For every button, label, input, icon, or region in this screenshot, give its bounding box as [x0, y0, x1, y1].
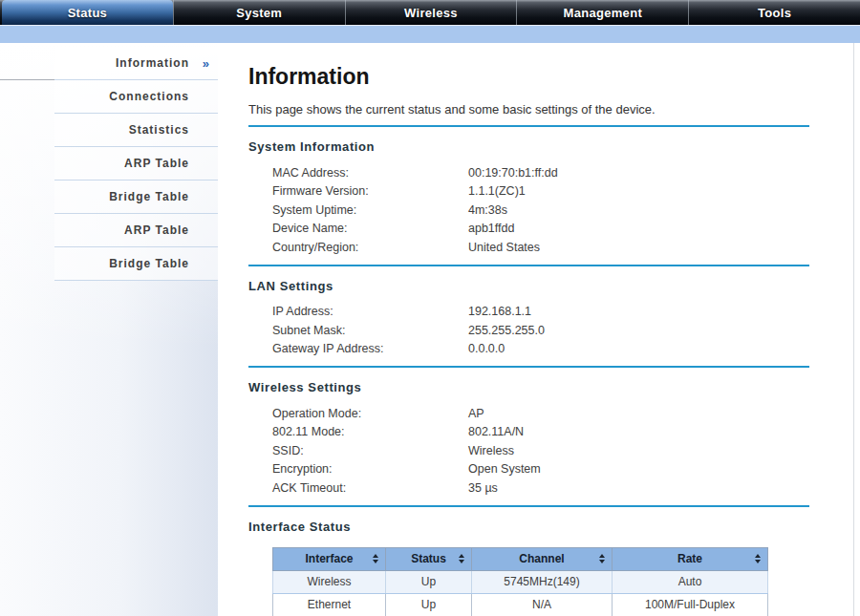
- subheader-bar: [0, 25, 860, 43]
- sidebar-item-connections-label: Connections: [109, 90, 189, 103]
- wireless-settings-rows: Operation Mode: AP 802.11 Mode: 802.11A/…: [272, 404, 809, 498]
- kv-row-country-region: Country/Region: United States: [272, 238, 809, 257]
- section-heading-wireless-settings: Wireless Settings: [248, 380, 809, 394]
- 80211-mode-value: 802.11A/N: [468, 425, 524, 438]
- column-header-channel-label: Channel: [519, 552, 564, 565]
- sidebar-item-statistics[interactable]: Statistics: [54, 114, 218, 147]
- kv-row-80211-mode: 802.11 Mode: 802.11A/N: [272, 423, 809, 442]
- table-row-wireless: Wireless Up 5745MHz(149) Auto: [273, 570, 768, 593]
- kv-row-device-name: Device Name: apb1ffdd: [272, 220, 809, 239]
- column-header-status-label: Status: [411, 552, 446, 565]
- section-heading-interface-status: Interface Status: [248, 520, 809, 534]
- main-content: Information This page shows the current …: [218, 43, 860, 616]
- sidebar-item-bridge-table[interactable]: Bridge Table: [54, 181, 218, 214]
- kv-row-ack-timeout: ACK Timeout: 35 µs: [272, 478, 809, 498]
- ack-timeout-label: ACK Timeout:: [272, 481, 468, 495]
- lan-settings-rows: IP Address: 192.168.1.1 Subnet Mask: 255…: [272, 303, 809, 359]
- sidebar-item-bridge-table-label: Bridge Table: [109, 190, 189, 203]
- sort-icon[interactable]: [459, 554, 464, 563]
- mac-address-value: 00:19:70:b1:ff:dd: [468, 166, 558, 180]
- wireless-status-cell: Up: [386, 570, 472, 593]
- ethernet-channel-cell: N/A: [472, 593, 613, 616]
- tab-status[interactable]: Status: [2, 0, 173, 25]
- ack-timeout-value: 35 µs: [468, 481, 498, 495]
- system-information-rows: MAC Address: 00:19:70:b1:ff:dd Firmware …: [272, 163, 809, 257]
- page-title: Information: [248, 64, 809, 90]
- system-uptime-label: System Uptime:: [272, 203, 468, 217]
- sort-icon[interactable]: [373, 554, 378, 563]
- tab-wireless-label: Wireless: [404, 6, 458, 20]
- column-header-interface-label: Interface: [305, 552, 353, 565]
- ip-address-value: 192.168.1.1: [468, 305, 531, 318]
- tab-tools[interactable]: Tools: [688, 0, 860, 25]
- page-subtitle: This page shows the current status and s…: [248, 102, 809, 117]
- sidebar-item-statistics-label: Statistics: [129, 123, 189, 137]
- sidebar-item-information[interactable]: Information »: [54, 47, 218, 80]
- section-heading-system-information: System Information: [248, 139, 809, 154]
- sidebar-item-arp-table-label: ARP Table: [124, 157, 189, 170]
- section-heading-lan-settings: LAN Settings: [248, 279, 809, 293]
- wireless-rate-cell: Auto: [613, 570, 768, 593]
- router-admin-window: Status System Wireless Management Tools …: [0, 0, 860, 616]
- firmware-version-value: 1.1.1(ZC)1: [468, 184, 526, 198]
- sidebar-item-information-label: Information: [116, 56, 189, 70]
- column-header-interface[interactable]: Interface: [273, 547, 386, 570]
- country-region-label: Country/Region:: [272, 241, 468, 254]
- kv-row-subnet-mask: Subnet Mask: 255.255.255.0: [272, 321, 809, 340]
- column-header-channel[interactable]: Channel: [472, 547, 613, 570]
- sidebar-item-bridge-table-2[interactable]: Bridge Table: [54, 247, 218, 281]
- firmware-version-label: Firmware Version:: [272, 184, 468, 198]
- divider-rule: [248, 505, 809, 507]
- gateway-ip-address-label: Gateway IP Address:: [272, 342, 468, 355]
- sort-icon[interactable]: [755, 554, 761, 563]
- tab-management-label: Management: [564, 6, 642, 20]
- wireless-interface-cell: Wireless: [273, 570, 386, 593]
- wireless-channel-cell: 5745MHz(149): [472, 570, 613, 593]
- subnet-mask-label: Subnet Mask:: [272, 324, 468, 337]
- table-header-row: Interface Status Channel Rate: [273, 547, 768, 570]
- tab-status-label: Status: [68, 6, 108, 20]
- sidebar-menu: Information » Connections Statistics ARP…: [54, 47, 218, 281]
- table-row-ethernet: Ethernet Up N/A 100M/Full-Duplex: [273, 593, 768, 616]
- ssid-label: SSID:: [272, 444, 468, 457]
- tab-wireless[interactable]: Wireless: [345, 0, 517, 25]
- tab-system-label: System: [236, 6, 282, 20]
- sidebar-item-arp-table[interactable]: ARP Table: [54, 147, 218, 181]
- top-nav: Status System Wireless Management Tools: [0, 0, 860, 25]
- kv-row-encryption: Encryption: Open System: [272, 460, 809, 479]
- ip-address-label: IP Address:: [272, 305, 468, 318]
- ethernet-status-cell: Up: [386, 593, 472, 616]
- sidebar-item-bridge-table-2-label: Bridge Table: [109, 257, 189, 270]
- sidebar-item-connections[interactable]: Connections: [54, 80, 218, 114]
- column-header-rate[interactable]: Rate: [613, 547, 768, 570]
- column-header-status[interactable]: Status: [386, 547, 472, 570]
- divider-rule: [248, 366, 809, 368]
- operation-mode-label: Operation Mode:: [272, 407, 468, 420]
- mac-address-label: MAC Address:: [272, 166, 468, 180]
- device-name-value: apb1ffdd: [468, 222, 514, 235]
- kv-row-mac-address: MAC Address: 00:19:70:b1:ff:dd: [272, 163, 809, 182]
- country-region-value: United States: [468, 241, 540, 254]
- sort-icon[interactable]: [599, 554, 605, 563]
- system-uptime-value: 4m:38s: [468, 203, 507, 217]
- kv-row-firmware-version: Firmware Version: 1.1.1(ZC)1: [272, 182, 809, 202]
- operation-mode-value: AP: [468, 407, 484, 420]
- encryption-value: Open System: [468, 462, 541, 476]
- tab-system[interactable]: System: [173, 0, 345, 25]
- active-item-chevrons-icon: »: [203, 47, 209, 80]
- sidebar: Information » Connections Statistics ARP…: [0, 43, 218, 616]
- sidebar-item-arp-table-2-label: ARP Table: [124, 223, 189, 237]
- tab-tools-label: Tools: [758, 6, 791, 20]
- gateway-ip-address-value: 0.0.0.0: [468, 342, 505, 355]
- subnet-mask-value: 255.255.255.0: [468, 324, 545, 337]
- ethernet-rate-cell: 100M/Full-Duplex: [613, 593, 768, 616]
- kv-row-operation-mode: Operation Mode: AP: [272, 404, 809, 423]
- sidebar-item-arp-table-2[interactable]: ARP Table: [54, 214, 218, 247]
- ssid-value: Wireless: [468, 444, 514, 457]
- device-name-label: Device Name:: [272, 222, 468, 235]
- column-header-rate-label: Rate: [677, 552, 702, 565]
- kv-row-gateway-ip-address: Gateway IP Address: 0.0.0.0: [272, 340, 809, 359]
- tab-management[interactable]: Management: [516, 0, 688, 25]
- interface-status-table: Interface Status Channel Rate: [272, 547, 768, 616]
- kv-row-ssid: SSID: Wireless: [272, 441, 809, 460]
